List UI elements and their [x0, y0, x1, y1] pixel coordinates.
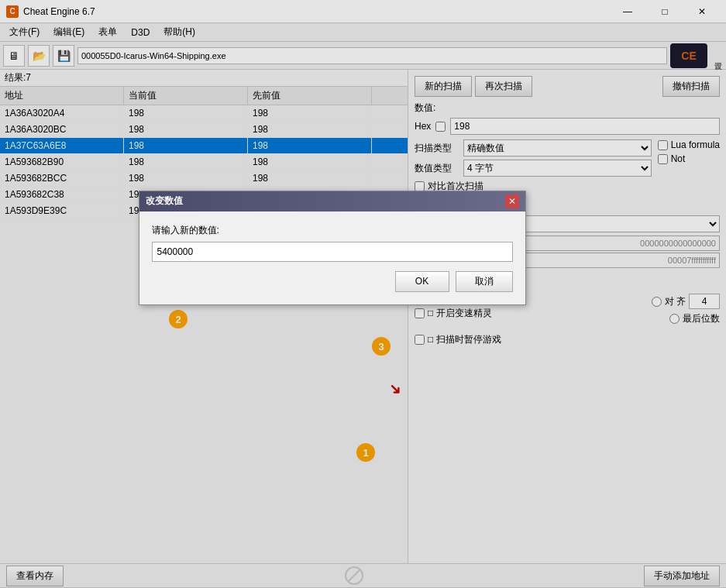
- dialog-title-bar: 改变数值 ✕: [139, 191, 525, 211]
- dialog-cancel-button[interactable]: 取消: [456, 271, 513, 292]
- dialog-overlay: 改变数值 ✕ 请输入新的数值: OK 取消: [0, 0, 726, 588]
- dialog-body: 请输入新的数值: OK 取消: [139, 211, 525, 304]
- dialog-buttons: OK 取消: [152, 271, 513, 292]
- dialog-label: 请输入新的数值:: [152, 224, 513, 237]
- dialog-ok-button[interactable]: OK: [395, 271, 449, 292]
- dialog-close-button[interactable]: ✕: [505, 194, 519, 208]
- change-value-dialog: 改变数值 ✕ 请输入新的数值: OK 取消: [139, 191, 526, 305]
- dialog-title: 改变数值: [146, 194, 183, 208]
- dialog-input[interactable]: [152, 242, 513, 262]
